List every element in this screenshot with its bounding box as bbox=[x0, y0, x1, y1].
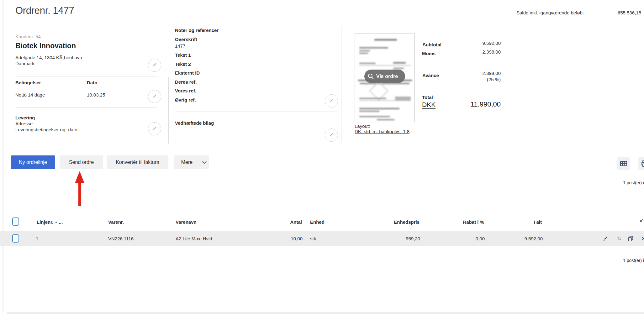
column-header-ialt[interactable]: I alt bbox=[495, 219, 542, 225]
chevron-down-icon bbox=[202, 161, 207, 164]
cell-ialt: 9.592,00 bbox=[496, 236, 543, 242]
notes-field-tekst1: Tekst 1 bbox=[175, 52, 191, 58]
layout-link[interactable]: DK. std. m. bankoplys. 1.8 bbox=[355, 129, 409, 134]
column-header-varenavn[interactable]: Varenavn bbox=[176, 219, 197, 225]
more-button-separator bbox=[200, 155, 200, 169]
total-value: 11.990,00 bbox=[438, 100, 501, 108]
record-count-bottom: 1 post(er) i bbox=[623, 258, 644, 263]
view-order-label: Vis ordre bbox=[376, 74, 398, 79]
order-detail-page: Ordrenr. 1477 Saldo inkl. igangværende b… bbox=[0, 0, 644, 314]
currency-link[interactable]: DKK bbox=[422, 101, 435, 109]
print-button[interactable] bbox=[638, 157, 644, 170]
horizontal-scrollbar[interactable] bbox=[7, 312, 644, 314]
column-header-enhed[interactable]: Enhed bbox=[310, 219, 325, 225]
avance-percent: (25 %) bbox=[454, 77, 501, 82]
subtotal-value: 9.592,00 bbox=[454, 40, 501, 46]
new-order-line-label: Ny ordrelinje bbox=[19, 160, 47, 165]
cell-enhed: stk. bbox=[310, 236, 317, 242]
customer-country: Danmark bbox=[15, 61, 34, 66]
send-order-label: Send ordre bbox=[69, 160, 94, 165]
column-separator bbox=[168, 77, 169, 144]
view-order-button[interactable]: Vis ordre bbox=[364, 70, 405, 83]
edit-notes-button[interactable] bbox=[325, 94, 338, 107]
moms-label: Moms bbox=[422, 51, 435, 56]
customer-address: Adelgade 14, 1304 KÃ¸benhavn bbox=[15, 55, 82, 60]
row-delete-icon[interactable] bbox=[641, 236, 644, 241]
convert-to-invoice-button[interactable]: Konvertér til faktura bbox=[107, 155, 168, 169]
notes-field-eksternt-id: Eksternt ID bbox=[175, 70, 200, 76]
row-duplicate-icon[interactable] bbox=[627, 235, 634, 242]
more-button[interactable]: Mere bbox=[174, 155, 209, 169]
more-label: Mere bbox=[174, 160, 200, 165]
edit-customer-button[interactable] bbox=[148, 59, 161, 72]
column-header-antal[interactable]: Antal bbox=[271, 219, 302, 225]
row-move-updown-icon[interactable] bbox=[616, 236, 622, 241]
page-title: Ordrenr. 1477 bbox=[15, 5, 74, 16]
send-order-button[interactable]: Send ordre bbox=[60, 155, 103, 169]
subtotal-label: Subtotal bbox=[423, 42, 441, 48]
table-view-button[interactable] bbox=[617, 157, 630, 170]
collapse-arrow-icon[interactable] bbox=[639, 218, 643, 222]
notes-field-ovrig-ref: Øvrig ref. bbox=[175, 97, 196, 103]
select-all-checkbox[interactable] bbox=[12, 217, 19, 226]
cell-varenavn: A2 Life Maxi Hvid bbox=[176, 236, 212, 242]
cell-linjenr: 1 bbox=[36, 236, 38, 242]
cell-antal: 10,00 bbox=[271, 236, 303, 242]
notes-field-tekst2: Tekst 2 bbox=[175, 61, 191, 67]
total-label: Total bbox=[422, 95, 433, 100]
convert-to-invoice-label: Konvertér til faktura bbox=[116, 160, 159, 165]
printer-icon bbox=[641, 160, 644, 167]
customer-name: Biotek Innovation bbox=[15, 42, 76, 50]
date-label: Dato bbox=[87, 80, 97, 86]
divider bbox=[175, 112, 337, 112]
avance-value: 2.398,00 bbox=[454, 71, 501, 76]
pencil-icon bbox=[328, 97, 335, 105]
delivery-title: Levering bbox=[15, 115, 35, 121]
divider bbox=[15, 107, 157, 107]
attachments-label: Vedhæftede bilag bbox=[175, 120, 214, 126]
edit-attachments-button[interactable] bbox=[325, 128, 338, 142]
record-count-top: 1 post(er) i bbox=[623, 180, 644, 186]
left-page-border bbox=[3, 0, 3, 312]
sort-asc-icon: ▲ bbox=[55, 221, 58, 224]
column-header-linjenr[interactable]: Linjenr. ▲ ... bbox=[37, 219, 63, 225]
avance-label: Avance bbox=[422, 73, 439, 78]
cell-varenr: VN226.1116 bbox=[108, 236, 134, 242]
column-header-rabat[interactable]: Rabat i % bbox=[446, 219, 484, 225]
row-checkbox[interactable] bbox=[12, 234, 19, 243]
layout-label: Layout: bbox=[355, 123, 370, 129]
terms-value: Netto 14 dage bbox=[15, 92, 45, 98]
order-line-row[interactable] bbox=[0, 231, 644, 246]
notes-field-deres-ref: Deres ref. bbox=[175, 79, 197, 85]
pencil-icon bbox=[151, 125, 158, 133]
saldo-label: Saldo inkl. igangværende beløb: bbox=[516, 10, 584, 16]
notes-title: Noter og referencer bbox=[175, 28, 219, 33]
pencil-icon bbox=[151, 62, 158, 69]
delivery-line2: Leveringsbetingelser og -dato bbox=[15, 127, 77, 133]
delivery-line1: Adresse bbox=[15, 121, 33, 127]
row-edit-icon[interactable] bbox=[602, 235, 608, 242]
pencil-icon bbox=[151, 93, 158, 100]
edit-delivery-button[interactable] bbox=[148, 122, 161, 135]
notes-heading-label: Overskrift bbox=[175, 37, 197, 42]
terms-label: Betingelser bbox=[15, 80, 41, 86]
moms-value: 2.398,00 bbox=[454, 49, 501, 55]
column-header-varenr[interactable]: Varenr. bbox=[108, 219, 124, 225]
pencil-icon bbox=[328, 132, 335, 139]
column-header-more[interactable]: ... bbox=[59, 219, 63, 225]
edit-terms-button[interactable] bbox=[148, 90, 161, 103]
new-order-line-button[interactable]: Ny ordrelinje bbox=[11, 155, 55, 169]
table-grid-icon bbox=[620, 160, 627, 167]
saldo-value: 655.536,15 bbox=[609, 10, 641, 16]
date-value: 10.03.25 bbox=[87, 92, 105, 98]
cell-enhedspris: 959,20 bbox=[373, 236, 420, 242]
notes-field-vores-ref: Vores ref. bbox=[175, 88, 196, 94]
column-header-enhedspris[interactable]: Enhedspris bbox=[372, 219, 420, 225]
column-header-linjenr-label: Linjenr. bbox=[37, 219, 53, 225]
divider bbox=[15, 76, 157, 76]
magnifier-icon bbox=[367, 73, 374, 80]
customer-number: Kundenr. 54 bbox=[15, 34, 41, 39]
cell-rabat: 0,00 bbox=[447, 236, 485, 242]
notes-heading-value: 1477 bbox=[175, 43, 185, 49]
column-separator bbox=[341, 26, 341, 144]
